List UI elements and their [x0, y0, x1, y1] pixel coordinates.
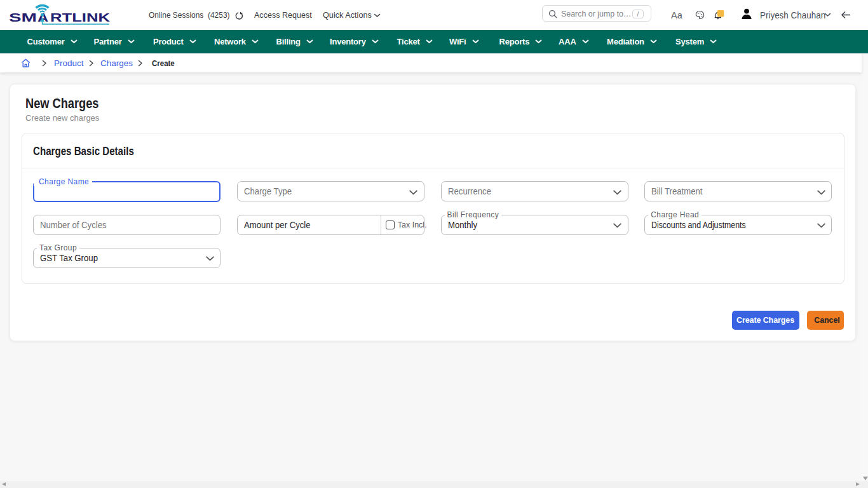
svg-text:SM: SM	[9, 11, 37, 24]
svg-text:RTLINK: RTLINK	[50, 11, 111, 24]
svg-text:A: A	[37, 11, 48, 24]
